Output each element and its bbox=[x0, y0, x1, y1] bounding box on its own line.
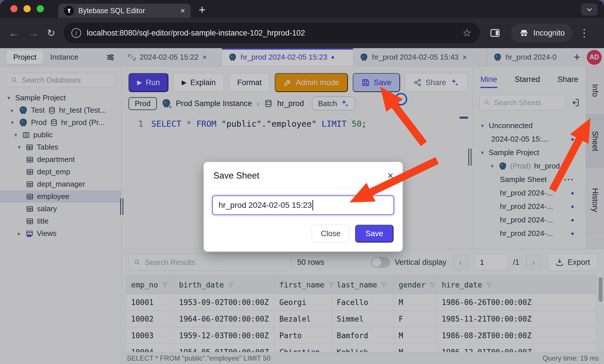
vertical-display-toggle[interactable] bbox=[371, 257, 390, 268]
page-number-input[interactable] bbox=[474, 254, 508, 271]
cell[interactable]: 1986-12-01T00:00:00Z bbox=[437, 344, 533, 352]
tree-item-table-title[interactable]: title bbox=[0, 215, 121, 227]
format-button[interactable]: Format bbox=[229, 73, 270, 92]
cell[interactable]: 1953-09-02T00:00:00Z bbox=[174, 294, 275, 311]
cell[interactable]: Bamford bbox=[332, 327, 394, 344]
cell[interactable]: M bbox=[394, 327, 437, 344]
database-search-input[interactable] bbox=[21, 76, 111, 85]
cell[interactable]: M bbox=[394, 344, 437, 352]
cell[interactable]: Chirstian bbox=[275, 344, 332, 352]
run-button[interactable]: ▶ Run bbox=[128, 73, 168, 92]
cell[interactable]: 1986-08-28T00:00:00Z bbox=[437, 327, 533, 344]
tree-item-table-salary[interactable]: salary bbox=[0, 203, 121, 215]
table-row[interactable]: 100011953-09-02T00:00:00ZGeorgiFacelloM1… bbox=[126, 294, 597, 311]
chevron-down-icon[interactable]: ▾ bbox=[489, 163, 495, 169]
column-header[interactable]: emp_no bbox=[126, 276, 174, 294]
batch-button[interactable]: Batch bbox=[312, 97, 356, 110]
cell[interactable]: Facello bbox=[332, 294, 394, 311]
dialog-close-button[interactable]: Close bbox=[312, 225, 349, 242]
editor-tab-3[interactable]: hr_prod 2024-02-05 15:43 × bbox=[353, 48, 487, 66]
share-button[interactable]: Share bbox=[405, 73, 467, 92]
editor-tab-1[interactable]: 2024-02-05 15:22 × bbox=[122, 48, 222, 66]
sheet-group-database[interactable]: ▾ (Prod) hr_prod bbox=[473, 159, 586, 173]
cell[interactable]: Bezalel bbox=[275, 311, 332, 327]
new-sheet-tab-button[interactable]: + bbox=[568, 48, 586, 66]
maximize-window-button[interactable] bbox=[37, 5, 44, 12]
database-search[interactable] bbox=[6, 73, 115, 87]
tab-share[interactable]: Share bbox=[558, 75, 578, 84]
url-text[interactable]: localhost:8080/sql-editor/prod-sample-in… bbox=[87, 29, 457, 38]
tree-item-tables-group[interactable]: ▾ Tables bbox=[0, 141, 121, 153]
close-tab-icon[interactable]: × bbox=[462, 53, 467, 62]
cell[interactable]: 1985-11-21T00:00:00Z bbox=[437, 311, 533, 327]
forward-button[interactable]: → bbox=[28, 28, 38, 38]
admin-mode-button[interactable]: Admin mode bbox=[275, 73, 348, 92]
tab-starred[interactable]: Starred bbox=[515, 75, 540, 84]
instance-name[interactable]: Prod Sample Instance bbox=[176, 99, 252, 108]
sidebar-resize-handle[interactable] bbox=[120, 198, 123, 215]
sheet-item[interactable]: hr_prod 2024-... ● bbox=[473, 227, 586, 240]
tree-item-table-employee-selected[interactable]: employee bbox=[0, 190, 121, 203]
sql-code-line[interactable]: 1 SELECT * FROM "public"."employee" LIMI… bbox=[122, 110, 473, 129]
tab-project[interactable]: Project bbox=[6, 50, 43, 64]
export-button[interactable]: Export bbox=[548, 253, 598, 271]
minimize-window-button[interactable] bbox=[24, 5, 31, 12]
tree-item-views-group[interactable]: ▸ Views bbox=[0, 227, 121, 240]
chevron-down-icon[interactable]: ▾ bbox=[479, 122, 486, 129]
cell[interactable]: 10003 bbox=[126, 327, 174, 344]
more-menu-icon[interactable]: ··· bbox=[564, 175, 574, 185]
tree-item-schema-public[interactable]: ▾ public bbox=[0, 129, 121, 141]
chevron-down-icon[interactable]: ▾ bbox=[13, 132, 19, 138]
tree-item-prod-db[interactable]: ▾ Prod hr_prod (Pr... bbox=[0, 116, 121, 129]
sheet-search-input[interactable] bbox=[494, 98, 561, 107]
column-header[interactable]: gender bbox=[394, 276, 437, 294]
editor-tab-2-active[interactable]: hr_prod 2024-02-05 15:23 ● bbox=[222, 48, 353, 66]
sheet-search[interactable] bbox=[479, 95, 566, 110]
sheet-item[interactable]: hr_prod 2024-... ● bbox=[473, 200, 586, 213]
tree-item-table-dept-manager[interactable]: dept_manager bbox=[0, 178, 121, 190]
filter-settings-icon[interactable] bbox=[106, 53, 115, 62]
results-search[interactable] bbox=[128, 254, 291, 271]
tab-info[interactable]: Info bbox=[586, 66, 604, 115]
cell[interactable]: 1954-05-01T00:00:00Z bbox=[174, 344, 275, 352]
cell[interactable]: 1959-12-03T00:00:00Z bbox=[174, 327, 275, 344]
sheet-group-project[interactable]: ▾ Sample Project bbox=[473, 146, 586, 159]
cell[interactable]: Parto bbox=[275, 327, 332, 344]
cell[interactable]: 10001 bbox=[126, 294, 174, 311]
column-header[interactable]: last_name bbox=[332, 276, 394, 294]
sheet-item[interactable]: hr_prod 2024-... ● bbox=[473, 186, 586, 200]
tab-mine[interactable]: Mine bbox=[480, 75, 497, 88]
chevron-down-icon[interactable]: ▾ bbox=[16, 144, 22, 150]
address-bar[interactable]: i localhost:8080/sql-editor/prod-sample-… bbox=[63, 23, 480, 43]
close-window-button[interactable] bbox=[10, 5, 17, 12]
table-scrollbar-thumb[interactable] bbox=[599, 277, 603, 302]
cell[interactable]: 10004 bbox=[126, 344, 174, 352]
tab-sheet-selected[interactable]: Sheet bbox=[586, 115, 604, 168]
dialog-close-icon[interactable]: × bbox=[387, 171, 393, 181]
site-info-icon[interactable]: i bbox=[71, 28, 81, 38]
column-header[interactable]: first_name bbox=[275, 276, 332, 294]
cell[interactable]: M bbox=[394, 294, 437, 311]
cell[interactable]: Simmel bbox=[332, 311, 394, 327]
tab-instance[interactable]: Instance bbox=[43, 50, 85, 64]
editor-tab-4[interactable]: hr_prod 2024-0 bbox=[487, 48, 568, 66]
chevron-right-icon[interactable]: ▸ bbox=[16, 230, 22, 237]
reload-button[interactable]: ↻ bbox=[47, 28, 55, 38]
bookmark-star-icon[interactable]: ☆ bbox=[462, 27, 471, 39]
tree-item-test-db[interactable]: ▸ Test hr_test (Test... bbox=[0, 104, 121, 116]
cell[interactable]: 1986-06-26T00:00:00Z bbox=[437, 294, 533, 311]
collapse-panel-icon[interactable] bbox=[570, 98, 580, 107]
tree-item-table-department[interactable]: department bbox=[0, 153, 121, 166]
cell[interactable]: 1964-06-02T00:00:00Z bbox=[174, 311, 275, 327]
database-name[interactable]: hr_prod bbox=[277, 99, 304, 108]
cell[interactable]: F bbox=[394, 311, 437, 327]
side-panel-icon[interactable] bbox=[490, 28, 500, 38]
dialog-save-button[interactable]: Save bbox=[355, 225, 393, 242]
user-avatar[interactable]: AD bbox=[587, 50, 602, 65]
tab-history[interactable]: History bbox=[586, 168, 604, 233]
table-row[interactable]: 100031959-12-03T00:00:00ZPartoBamfordM19… bbox=[126, 327, 597, 344]
next-page-button[interactable]: › bbox=[526, 255, 541, 270]
explain-button[interactable]: ▶ Explain bbox=[173, 73, 224, 92]
sheet-item[interactable]: 2024-02-05 15:... ● bbox=[473, 132, 586, 146]
cell[interactable]: Georgi bbox=[275, 294, 332, 311]
